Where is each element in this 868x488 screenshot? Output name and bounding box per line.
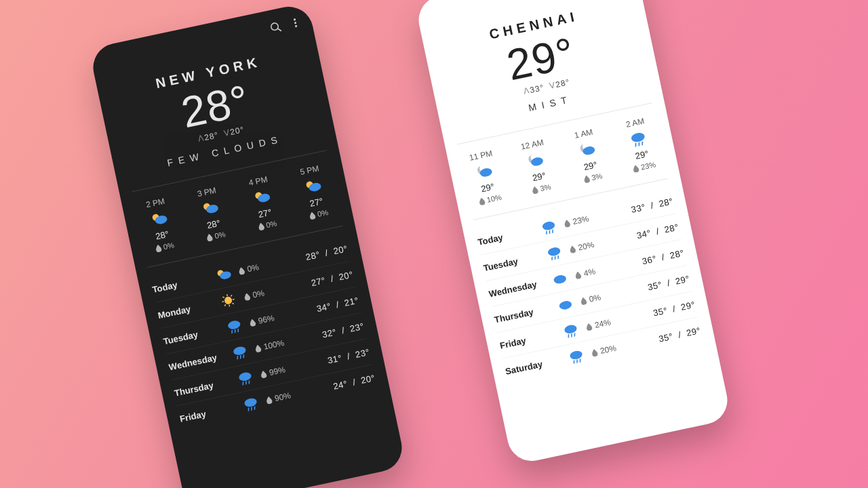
hour-label: 5 PM — [299, 163, 319, 177]
hour-humidity: 10% — [478, 193, 502, 206]
day-label: Friday — [179, 402, 237, 424]
day-label: Wednesday — [168, 350, 226, 372]
humidity-icon — [238, 266, 245, 275]
humidity-icon — [564, 219, 571, 228]
day-humidity: 99% — [260, 361, 302, 379]
day-humidity: 0% — [237, 258, 279, 276]
day-humidity: 20% — [569, 237, 611, 254]
hour-humidity: 0% — [257, 219, 277, 231]
rain-icon — [545, 243, 564, 262]
daily-forecast[interactable]: Today 0% 28° / 20° Monday 0% 27° / 20° T… — [138, 232, 393, 447]
rain-icon — [236, 368, 255, 387]
partly-icon — [302, 176, 323, 197]
hour-label: 2 AM — [625, 116, 646, 129]
day-label: Wednesday — [488, 277, 545, 299]
day-label: Monday — [157, 299, 214, 321]
partly-icon — [199, 197, 220, 218]
humidity-icon — [260, 370, 267, 379]
cloudnight-icon — [474, 161, 495, 182]
day-label: Friday — [499, 329, 557, 350]
humidity-icon — [585, 323, 593, 331]
humidity-icon — [206, 233, 214, 242]
partly-icon — [214, 265, 233, 284]
rain-icon — [231, 342, 250, 361]
day-humidity: 90% — [265, 388, 307, 405]
hourly-cell: 2 AM 29° 23% — [608, 113, 671, 176]
humidity-icon — [532, 186, 539, 195]
humidity-icon — [265, 396, 273, 405]
day-humidity: 23% — [563, 211, 605, 228]
hour-label: 3 PM — [197, 186, 217, 199]
hour-humidity: 3% — [532, 182, 552, 195]
rain-icon — [539, 218, 558, 237]
rain-icon — [567, 346, 586, 365]
hour-label: 2 PM — [145, 197, 165, 210]
cloudnight-icon — [525, 150, 546, 171]
hour-temp: 29° — [480, 182, 495, 195]
humidity-icon — [309, 211, 316, 220]
humidity-icon — [591, 348, 598, 357]
hour-temp: 28° — [206, 218, 221, 230]
hour-humidity: 0% — [309, 208, 329, 220]
hour-temp: 29° — [583, 159, 598, 172]
humidity-icon — [243, 292, 251, 301]
day-humidity: 100% — [254, 336, 296, 353]
day-label: Today — [477, 225, 534, 247]
phone-dark: NEW YORK 28° ᐱ28° ᐯ20° FEW CLOUDS 2 PM 2… — [89, 2, 406, 488]
hour-label: 12 AM — [520, 138, 545, 152]
humidity-icon — [258, 222, 265, 230]
day-humidity: 4% — [574, 262, 616, 280]
hour-temp: 29° — [532, 170, 547, 183]
search-icon[interactable] — [269, 21, 282, 34]
day-range: 24° / 20° — [310, 372, 376, 396]
humidity-icon — [569, 245, 576, 253]
day-label: Thursday — [494, 303, 551, 325]
cloud-icon — [556, 295, 575, 314]
hour-humidity: 3% — [583, 171, 603, 184]
day-humidity: 20% — [591, 340, 633, 358]
hourly-cell: 5 PM 27° 0% — [283, 160, 345, 223]
day-humidity: 24% — [585, 314, 627, 331]
hour-label: 4 PM — [248, 175, 268, 188]
humidity-icon — [632, 164, 639, 173]
day-humidity: 96% — [249, 310, 291, 327]
humidity-icon — [254, 344, 262, 352]
day-humidity: 0% — [580, 288, 622, 306]
humidity-icon — [580, 296, 587, 305]
more-icon[interactable] — [289, 16, 302, 29]
phone-light: CHENNAI 29° ᐱ33° ᐯ28° MIST 11 PM 29° 10%… — [414, 0, 732, 466]
rain-icon — [241, 394, 260, 413]
hour-temp: 27° — [309, 196, 323, 209]
humidity-icon — [583, 174, 591, 183]
hour-humidity: 0% — [155, 241, 175, 253]
hour-humidity: 0% — [206, 230, 226, 242]
day-label: Thursday — [174, 376, 231, 398]
day-humidity: 0% — [243, 284, 285, 302]
hour-temp: 28° — [155, 229, 170, 242]
humidity-icon — [478, 197, 486, 205]
humidity-icon — [574, 270, 582, 279]
rain-icon — [561, 321, 580, 340]
humidity-icon — [155, 244, 162, 253]
cloudnight-icon — [576, 139, 597, 160]
hour-temp: 29° — [634, 148, 649, 161]
daily-forecast[interactable]: Today 23% 33° / 28° Tuesday 20% 34° / 28… — [463, 184, 718, 400]
hour-temp: 27° — [258, 207, 273, 220]
partly-icon — [149, 209, 170, 230]
day-label: Tuesday — [162, 325, 220, 346]
rain-icon — [628, 128, 649, 149]
day-range: 35° / 29° — [635, 325, 701, 348]
hour-humidity: 23% — [632, 160, 656, 173]
cloud-icon — [550, 269, 569, 288]
sun-icon — [219, 291, 238, 310]
day-label: Tuesday — [482, 251, 540, 273]
hour-label: 1 AM — [574, 127, 594, 140]
day-label: Saturday — [505, 354, 562, 376]
rain-icon — [224, 317, 243, 336]
mockup-stage: NEW YORK 28° ᐱ28° ᐯ20° FEW CLOUDS 2 PM 2… — [0, 0, 868, 488]
humidity-icon — [249, 318, 256, 327]
partly-icon — [251, 186, 272, 207]
day-label: Today — [151, 272, 209, 294]
